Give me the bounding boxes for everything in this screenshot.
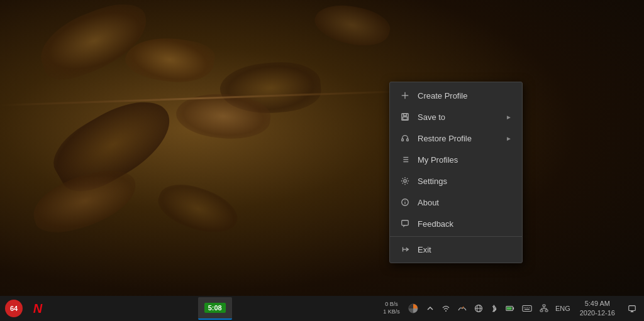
menu-label-feedback: Feedback	[418, 219, 512, 229]
tray-wifi-icon[interactable]	[439, 296, 453, 321]
svg-rect-6	[407, 139, 409, 141]
menu-item-exit[interactable]: Exit	[390, 239, 522, 260]
taskbar-left: 64 N	[0, 297, 49, 320]
headphones-icon	[400, 133, 410, 143]
save-icon	[400, 112, 410, 122]
clock-date: 2020-12-16	[580, 308, 615, 318]
svg-rect-38	[545, 310, 548, 312]
menu-label-about: About	[418, 198, 512, 207]
keyboard-icon	[522, 304, 532, 313]
net-down: 1 KB/s	[383, 308, 400, 316]
tray-globe-icon[interactable]	[472, 296, 486, 321]
svg-rect-29	[507, 307, 512, 310]
tray-speed-icon[interactable]	[455, 296, 469, 321]
taskbar: 64 N 5:08 0 B/s 1 KB/s	[0, 296, 644, 321]
svg-rect-5	[402, 139, 404, 141]
desktop-background	[0, 0, 644, 321]
menu-item-restore-profile[interactable]: Restore Profile ►	[390, 128, 522, 149]
menu-label-settings: Settings	[418, 177, 512, 186]
svg-rect-28	[513, 307, 514, 310]
menu-item-settings[interactable]: Settings	[390, 170, 522, 192]
menu-item-about[interactable]: About	[390, 192, 522, 213]
network-pie-icon[interactable]	[405, 296, 421, 321]
menu-label-restore-profile: Restore Profile	[418, 134, 498, 143]
netflix-logo: N	[31, 302, 45, 316]
svg-rect-43	[629, 306, 636, 311]
menu-label-save-to: Save to	[418, 112, 498, 122]
svg-point-16	[404, 200, 405, 201]
menu-label-exit: Exit	[418, 245, 512, 254]
tray-network-icon[interactable]	[537, 296, 551, 321]
wifi-icon	[441, 304, 450, 313]
svg-rect-17	[402, 220, 409, 226]
menu-label-create-profile: Create Profile	[418, 91, 512, 101]
list-icon	[400, 155, 410, 165]
context-menu: Create Profile Save to ► Restore Profile…	[389, 82, 523, 263]
net-up: 0 B/s	[385, 301, 398, 308]
speed-icon	[458, 304, 467, 313]
svg-rect-30	[523, 306, 531, 312]
svg-rect-36	[543, 305, 545, 307]
gear-icon	[400, 176, 410, 186]
show-hidden-icons[interactable]	[424, 296, 436, 321]
menu-item-my-profiles[interactable]: My Profiles	[390, 149, 522, 170]
arrow-icon-2: ►	[506, 135, 512, 142]
svg-point-21	[445, 310, 447, 312]
red-num-badge[interactable]: 64	[5, 300, 23, 317]
info-icon	[400, 197, 410, 207]
taskbar-center: 5:08	[49, 297, 380, 320]
menu-item-feedback[interactable]: Feedback	[390, 213, 522, 234]
arrow-icon: ►	[506, 114, 512, 121]
notification-button[interactable]	[623, 296, 641, 321]
plus-icon	[400, 90, 410, 101]
system-clock[interactable]: 5:49 AM 2020-12-16	[575, 296, 620, 321]
tray-battery-icon[interactable]	[503, 296, 517, 321]
net-speed-widget[interactable]: 0 B/s 1 KB/s	[380, 296, 402, 321]
network-icon	[540, 304, 548, 313]
tray-bluetooth-icon[interactable]	[488, 296, 501, 321]
pie-chart-icon	[408, 303, 419, 314]
timer-badge[interactable]: 5:08	[198, 297, 232, 320]
tray-keyboard-icon[interactable]	[519, 296, 535, 321]
globe-icon	[474, 304, 483, 313]
taskbar-icon-netflix[interactable]: N	[26, 297, 49, 320]
taskbar-icon-red-num[interactable]: 64	[3, 297, 25, 320]
svg-rect-37	[540, 310, 543, 312]
battery-icon	[506, 304, 514, 313]
menu-item-create-profile[interactable]: Create Profile	[390, 85, 522, 106]
clock-time: 5:49 AM	[585, 299, 610, 308]
svg-rect-3	[403, 114, 406, 116]
chat-icon	[400, 219, 410, 229]
menu-label-my-profiles: My Profiles	[418, 155, 512, 165]
chevron-up-icon	[426, 305, 434, 312]
eng-label[interactable]: ENG	[553, 305, 572, 312]
bluetooth-icon	[491, 304, 498, 313]
notification-icon	[628, 304, 636, 313]
menu-item-save-to[interactable]: Save to ►	[390, 106, 522, 128]
menu-separator	[390, 236, 522, 237]
exit-arrow-icon	[400, 244, 410, 254]
svg-point-13	[404, 180, 406, 182]
svg-rect-4	[403, 117, 408, 119]
taskbar-right: 0 B/s 1 KB/s	[380, 296, 644, 321]
